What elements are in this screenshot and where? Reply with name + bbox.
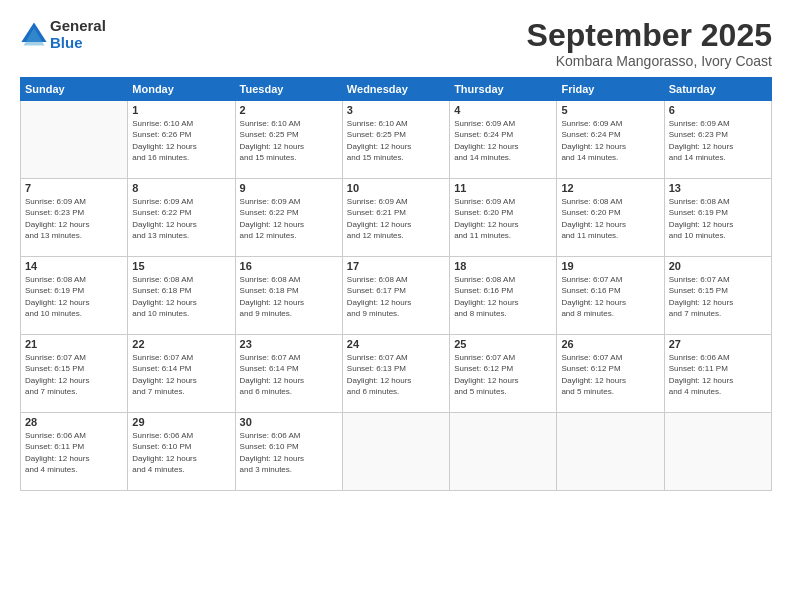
day-info: Sunrise: 6:08 AM Sunset: 6:18 PM Dayligh… (132, 274, 230, 319)
calendar-cell: 26Sunrise: 6:07 AM Sunset: 6:12 PM Dayli… (557, 335, 664, 413)
calendar-week-2: 7Sunrise: 6:09 AM Sunset: 6:23 PM Daylig… (21, 179, 772, 257)
day-info: Sunrise: 6:07 AM Sunset: 6:16 PM Dayligh… (561, 274, 659, 319)
calendar-cell: 2Sunrise: 6:10 AM Sunset: 6:25 PM Daylig… (235, 101, 342, 179)
day-info: Sunrise: 6:07 AM Sunset: 6:13 PM Dayligh… (347, 352, 445, 397)
day-number: 9 (240, 182, 338, 194)
day-number: 25 (454, 338, 552, 350)
day-number: 15 (132, 260, 230, 272)
header: General Blue September 2025 Kombara Mang… (20, 18, 772, 69)
calendar-cell: 30Sunrise: 6:06 AM Sunset: 6:10 PM Dayli… (235, 413, 342, 491)
calendar-cell: 18Sunrise: 6:08 AM Sunset: 6:16 PM Dayli… (450, 257, 557, 335)
calendar-cell: 10Sunrise: 6:09 AM Sunset: 6:21 PM Dayli… (342, 179, 449, 257)
day-number: 4 (454, 104, 552, 116)
day-number: 11 (454, 182, 552, 194)
calendar-header-sunday: Sunday (21, 78, 128, 101)
logo-general: General (50, 18, 106, 35)
day-number: 14 (25, 260, 123, 272)
day-number: 6 (669, 104, 767, 116)
day-number: 23 (240, 338, 338, 350)
day-number: 10 (347, 182, 445, 194)
calendar-week-3: 14Sunrise: 6:08 AM Sunset: 6:19 PM Dayli… (21, 257, 772, 335)
day-number: 28 (25, 416, 123, 428)
day-info: Sunrise: 6:08 AM Sunset: 6:17 PM Dayligh… (347, 274, 445, 319)
calendar-cell: 8Sunrise: 6:09 AM Sunset: 6:22 PM Daylig… (128, 179, 235, 257)
day-number: 2 (240, 104, 338, 116)
calendar-header-thursday: Thursday (450, 78, 557, 101)
day-number: 1 (132, 104, 230, 116)
day-number: 5 (561, 104, 659, 116)
day-number: 12 (561, 182, 659, 194)
calendar-cell: 12Sunrise: 6:08 AM Sunset: 6:20 PM Dayli… (557, 179, 664, 257)
calendar-cell (664, 413, 771, 491)
calendar-cell: 27Sunrise: 6:06 AM Sunset: 6:11 PM Dayli… (664, 335, 771, 413)
day-info: Sunrise: 6:09 AM Sunset: 6:22 PM Dayligh… (240, 196, 338, 241)
calendar-cell: 5Sunrise: 6:09 AM Sunset: 6:24 PM Daylig… (557, 101, 664, 179)
day-number: 22 (132, 338, 230, 350)
day-info: Sunrise: 6:08 AM Sunset: 6:19 PM Dayligh… (669, 196, 767, 241)
logo: General Blue (20, 18, 106, 51)
day-number: 19 (561, 260, 659, 272)
calendar-cell: 13Sunrise: 6:08 AM Sunset: 6:19 PM Dayli… (664, 179, 771, 257)
day-info: Sunrise: 6:10 AM Sunset: 6:25 PM Dayligh… (347, 118, 445, 163)
day-info: Sunrise: 6:09 AM Sunset: 6:20 PM Dayligh… (454, 196, 552, 241)
day-number: 24 (347, 338, 445, 350)
calendar-header-row: SundayMondayTuesdayWednesdayThursdayFrid… (21, 78, 772, 101)
day-info: Sunrise: 6:10 AM Sunset: 6:26 PM Dayligh… (132, 118, 230, 163)
day-info: Sunrise: 6:08 AM Sunset: 6:18 PM Dayligh… (240, 274, 338, 319)
day-number: 3 (347, 104, 445, 116)
logo-blue: Blue (50, 35, 106, 52)
day-info: Sunrise: 6:06 AM Sunset: 6:10 PM Dayligh… (132, 430, 230, 475)
calendar-cell: 14Sunrise: 6:08 AM Sunset: 6:19 PM Dayli… (21, 257, 128, 335)
day-number: 20 (669, 260, 767, 272)
day-info: Sunrise: 6:09 AM Sunset: 6:23 PM Dayligh… (25, 196, 123, 241)
title-block: September 2025 Kombara Mangorasso, Ivory… (527, 18, 772, 69)
day-info: Sunrise: 6:09 AM Sunset: 6:24 PM Dayligh… (454, 118, 552, 163)
calendar-cell: 16Sunrise: 6:08 AM Sunset: 6:18 PM Dayli… (235, 257, 342, 335)
calendar-week-5: 28Sunrise: 6:06 AM Sunset: 6:11 PM Dayli… (21, 413, 772, 491)
calendar-header-friday: Friday (557, 78, 664, 101)
logo-icon (20, 21, 48, 49)
calendar-cell: 22Sunrise: 6:07 AM Sunset: 6:14 PM Dayli… (128, 335, 235, 413)
calendar-header-monday: Monday (128, 78, 235, 101)
day-info: Sunrise: 6:08 AM Sunset: 6:20 PM Dayligh… (561, 196, 659, 241)
day-number: 29 (132, 416, 230, 428)
day-info: Sunrise: 6:07 AM Sunset: 6:15 PM Dayligh… (25, 352, 123, 397)
logo-text: General Blue (50, 18, 106, 51)
calendar-cell: 19Sunrise: 6:07 AM Sunset: 6:16 PM Dayli… (557, 257, 664, 335)
calendar-header-tuesday: Tuesday (235, 78, 342, 101)
calendar-cell (21, 101, 128, 179)
day-info: Sunrise: 6:07 AM Sunset: 6:14 PM Dayligh… (240, 352, 338, 397)
day-number: 21 (25, 338, 123, 350)
calendar-cell (450, 413, 557, 491)
calendar-week-1: 1Sunrise: 6:10 AM Sunset: 6:26 PM Daylig… (21, 101, 772, 179)
day-info: Sunrise: 6:06 AM Sunset: 6:11 PM Dayligh… (669, 352, 767, 397)
calendar-cell: 25Sunrise: 6:07 AM Sunset: 6:12 PM Dayli… (450, 335, 557, 413)
day-info: Sunrise: 6:08 AM Sunset: 6:16 PM Dayligh… (454, 274, 552, 319)
calendar-cell: 7Sunrise: 6:09 AM Sunset: 6:23 PM Daylig… (21, 179, 128, 257)
day-info: Sunrise: 6:09 AM Sunset: 6:21 PM Dayligh… (347, 196, 445, 241)
calendar-cell: 28Sunrise: 6:06 AM Sunset: 6:11 PM Dayli… (21, 413, 128, 491)
calendar-header-saturday: Saturday (664, 78, 771, 101)
calendar-cell: 15Sunrise: 6:08 AM Sunset: 6:18 PM Dayli… (128, 257, 235, 335)
calendar-cell: 9Sunrise: 6:09 AM Sunset: 6:22 PM Daylig… (235, 179, 342, 257)
calendar-table: SundayMondayTuesdayWednesdayThursdayFrid… (20, 77, 772, 491)
day-info: Sunrise: 6:09 AM Sunset: 6:23 PM Dayligh… (669, 118, 767, 163)
day-info: Sunrise: 6:07 AM Sunset: 6:12 PM Dayligh… (454, 352, 552, 397)
calendar-cell: 11Sunrise: 6:09 AM Sunset: 6:20 PM Dayli… (450, 179, 557, 257)
calendar-cell: 24Sunrise: 6:07 AM Sunset: 6:13 PM Dayli… (342, 335, 449, 413)
calendar-cell: 4Sunrise: 6:09 AM Sunset: 6:24 PM Daylig… (450, 101, 557, 179)
day-number: 17 (347, 260, 445, 272)
calendar-cell: 21Sunrise: 6:07 AM Sunset: 6:15 PM Dayli… (21, 335, 128, 413)
day-info: Sunrise: 6:08 AM Sunset: 6:19 PM Dayligh… (25, 274, 123, 319)
day-number: 8 (132, 182, 230, 194)
day-number: 16 (240, 260, 338, 272)
calendar-cell: 6Sunrise: 6:09 AM Sunset: 6:23 PM Daylig… (664, 101, 771, 179)
calendar-cell (342, 413, 449, 491)
day-number: 13 (669, 182, 767, 194)
day-info: Sunrise: 6:10 AM Sunset: 6:25 PM Dayligh… (240, 118, 338, 163)
day-info: Sunrise: 6:09 AM Sunset: 6:24 PM Dayligh… (561, 118, 659, 163)
day-number: 30 (240, 416, 338, 428)
calendar-cell: 3Sunrise: 6:10 AM Sunset: 6:25 PM Daylig… (342, 101, 449, 179)
day-info: Sunrise: 6:06 AM Sunset: 6:10 PM Dayligh… (240, 430, 338, 475)
day-info: Sunrise: 6:07 AM Sunset: 6:15 PM Dayligh… (669, 274, 767, 319)
